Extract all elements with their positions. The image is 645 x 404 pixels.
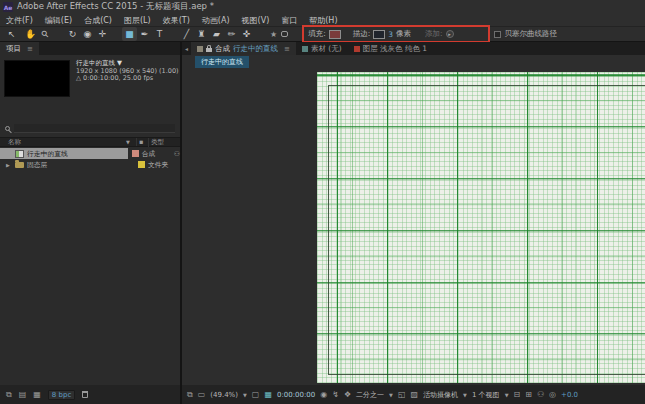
grid-toggle-icon[interactable]: ▦ xyxy=(264,391,272,399)
preview-timing: △ 0:00:10:00, 25.00 fps xyxy=(76,75,179,83)
comp-tabstrip: ◂ 合成 行走中的直线 ≡ 素材 (无) 图层 浅灰色 纯色 1 xyxy=(182,42,645,55)
menu-layer[interactable]: 图层(L) xyxy=(118,14,157,26)
current-timecode[interactable]: 0:00:00:00 xyxy=(277,391,315,399)
stroke-unit-label: 像素 xyxy=(396,29,411,39)
menu-window[interactable]: 窗口 xyxy=(275,14,303,26)
menu-composition[interactable]: 合成(C) xyxy=(78,14,118,26)
pen-tool-icon[interactable]: ✒ xyxy=(137,27,152,41)
sort-caret-icon[interactable]: ▼ xyxy=(126,139,136,145)
project-bit-depth-button[interactable]: 8 bpc xyxy=(48,390,75,400)
magnification-value[interactable]: (49.4%) xyxy=(210,391,238,399)
menu-effect[interactable]: 效果(T) xyxy=(157,14,196,26)
magnification-caret-icon[interactable]: ▼ xyxy=(243,392,247,398)
timeline-icon[interactable]: ⊞ xyxy=(525,391,532,399)
view-layout-caret-icon[interactable]: ▼ xyxy=(505,392,509,398)
tab-composition[interactable]: 合成 行走中的直线 ≡ xyxy=(191,42,296,55)
bezier-path-checkbox[interactable] xyxy=(494,31,501,38)
interpret-footage-icon[interactable]: ⧉ xyxy=(6,391,12,399)
row-name: 固态层 xyxy=(27,160,47,170)
transparency-grid-icon[interactable]: ▨ xyxy=(411,391,419,399)
fill-color-swatch[interactable] xyxy=(329,30,341,39)
puppet-pin-tool-icon[interactable]: ✜ xyxy=(239,27,254,41)
menu-edit[interactable]: 编辑(E) xyxy=(39,14,78,26)
project-panel: 项目 ≡ 行走中的直线 ▼ 1920 x 1080 (960 x 540) (1… xyxy=(0,42,180,385)
menu-help[interactable]: 帮助(H) xyxy=(303,14,343,26)
pixel-aspect-icon[interactable]: ⊟ xyxy=(513,391,520,399)
channel-icon[interactable]: ❖ xyxy=(344,391,351,399)
snapshot-icon[interactable]: ⧉ xyxy=(187,391,193,399)
composition-canvas-grid[interactable] xyxy=(317,72,645,383)
clone-stamp-tool-icon[interactable]: ♜ xyxy=(194,27,209,41)
snapshot-camera-icon[interactable]: ◉ xyxy=(320,391,327,399)
stroke-color-swatch[interactable] xyxy=(373,30,385,39)
tab-swatch-icon xyxy=(197,46,203,52)
composition-viewer[interactable]: 行走中的直线 xyxy=(182,55,645,385)
region-of-interest-icon[interactable]: ◱ xyxy=(398,391,406,399)
zoom-tool-icon[interactable]: ⚲ xyxy=(38,27,53,41)
menu-animation[interactable]: 动画(A) xyxy=(196,14,236,26)
tab-swatch-icon xyxy=(354,46,360,52)
column-type[interactable]: 类型 xyxy=(148,138,180,147)
roto-brush-tool-icon[interactable]: ✏ xyxy=(224,27,239,41)
search-icon xyxy=(5,126,10,131)
label-color-swatch[interactable] xyxy=(132,150,139,157)
tab-project[interactable]: 项目 ≡ xyxy=(0,42,39,55)
twirl-icon[interactable]: ▶ xyxy=(6,162,12,168)
exposure-value[interactable]: +0.0 xyxy=(561,391,578,399)
eraser-tool-icon[interactable]: ▰ xyxy=(209,27,224,41)
panel-menu-icon[interactable]: ≡ xyxy=(284,45,290,53)
project-row-solids-folder[interactable]: ▶ 固态层 文件夹 xyxy=(0,159,180,170)
hand-tool-icon[interactable]: ✋ xyxy=(23,27,38,41)
new-folder-icon[interactable]: ▤ xyxy=(19,391,27,399)
safe-margins-icon[interactable]: ▢ xyxy=(252,391,260,399)
title-bar: Ae Adobe After Effects CC 2015 - 无标题项目.a… xyxy=(0,0,645,14)
flowchart-icon[interactable]: ⚇ xyxy=(537,391,544,399)
comp-panel-footer: ⧉ ▭ (49.4%) ▼ ▢ ▦ 0:00:00:00 ◉ ↯ ❖ 二分之一 … xyxy=(182,385,645,404)
add-shape-property-button[interactable]: ▸ xyxy=(446,30,454,38)
stroke-width-value[interactable]: 3 xyxy=(388,30,393,39)
tab-layer[interactable]: 图层 浅灰色 纯色 1 xyxy=(348,42,433,55)
resolution-value[interactable]: 二分之一 xyxy=(356,390,384,400)
new-composition-icon[interactable]: ▦ xyxy=(33,391,41,399)
tool-creates-shape-icon[interactable]: ★ xyxy=(270,30,277,39)
project-search-row xyxy=(0,122,180,135)
tool-creates-mask-icon[interactable] xyxy=(281,31,288,37)
exposure-reset-icon[interactable]: ◎ xyxy=(549,391,556,399)
view-layout-value[interactable]: 1 个视图 xyxy=(472,390,500,400)
camera-tool-icon[interactable]: ◉ xyxy=(80,27,95,41)
row-type: 文件夹 xyxy=(148,160,178,170)
composition-icon xyxy=(15,150,24,158)
camera-view-caret-icon[interactable]: ▼ xyxy=(463,392,467,398)
column-label-icon[interactable]: ▪ xyxy=(136,138,148,146)
grid-inset-border xyxy=(328,85,645,375)
resolution-caret-icon[interactable]: ▼ xyxy=(389,392,393,398)
project-panel-footer: ⧉ ▤ ▦ 8 bpc xyxy=(0,385,180,404)
comp-navigator-breadcrumb[interactable]: 行走中的直线 xyxy=(195,56,249,68)
rotation-tool-icon[interactable]: ↻ xyxy=(65,27,80,41)
column-name[interactable]: 名称 xyxy=(0,138,126,147)
pan-behind-tool-icon[interactable]: ✛ xyxy=(95,27,110,41)
stroke-label: 描边: xyxy=(353,29,371,39)
show-snapshot-icon[interactable]: ▭ xyxy=(198,391,206,399)
tab-footage[interactable]: 素材 (无) xyxy=(296,42,348,55)
menu-view[interactable]: 视图(V) xyxy=(236,14,276,26)
project-search-input[interactable] xyxy=(14,124,175,133)
delete-item-icon[interactable] xyxy=(82,391,88,398)
project-tabstrip: 项目 ≡ xyxy=(0,42,180,55)
type-tool-icon[interactable]: T xyxy=(152,27,167,41)
bottom-bar: ⧉ ▤ ▦ 8 bpc ⧉ ▭ (49.4%) ▼ ▢ ▦ 0:00:00:00… xyxy=(0,385,645,404)
bezier-path-label: 贝塞尔曲线路径 xyxy=(505,29,558,39)
brush-tool-icon[interactable]: ╱ xyxy=(179,27,194,41)
panel-nav-back-icon[interactable]: ◂ xyxy=(182,42,191,55)
camera-view-value[interactable]: 活动摄像机 xyxy=(423,390,458,400)
menu-file[interactable]: 文件(F) xyxy=(0,14,39,26)
selection-tool-icon[interactable]: ↖ xyxy=(4,27,19,41)
fast-preview-icon[interactable]: ↯ xyxy=(332,391,339,399)
lock-icon[interactable] xyxy=(206,48,212,52)
label-color-swatch[interactable] xyxy=(138,161,145,168)
rectangle-tool-icon[interactable]: ■ xyxy=(122,27,137,41)
project-row-composition[interactable]: 行走中的直线 合成 ⚇ xyxy=(0,148,180,159)
panel-menu-icon[interactable]: ≡ xyxy=(27,45,33,53)
active-comp-name: 行走中的直线 xyxy=(233,44,278,54)
menu-bar: 文件(F) 编辑(E) 合成(C) 图层(L) 效果(T) 动画(A) 视图(V… xyxy=(0,14,645,26)
